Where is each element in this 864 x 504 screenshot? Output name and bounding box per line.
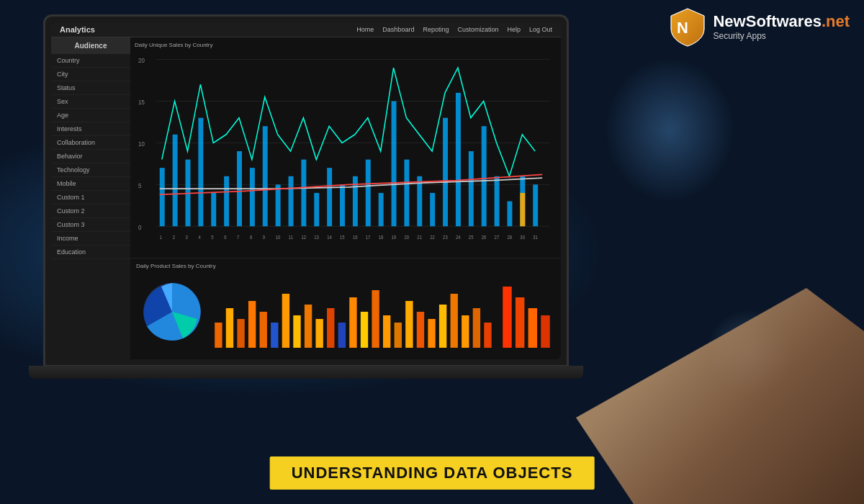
nav-help[interactable]: Help xyxy=(507,26,521,33)
svg-rect-36 xyxy=(482,126,487,226)
nav-logout[interactable]: Log Out xyxy=(529,26,552,33)
svg-rect-100 xyxy=(528,308,537,348)
svg-rect-11 xyxy=(160,168,165,226)
sidebar-item-sex[interactable]: Sex xyxy=(51,95,130,109)
sidebar-header: Audience xyxy=(51,37,130,54)
svg-text:11: 11 xyxy=(289,234,294,240)
sidebar-item-collaboration[interactable]: Collaboration xyxy=(51,136,130,150)
svg-text:17: 17 xyxy=(366,234,371,240)
svg-rect-38 xyxy=(507,202,512,227)
sidebar-item-status[interactable]: Status xyxy=(51,81,130,95)
svg-text:2: 2 xyxy=(173,234,176,240)
svg-rect-24 xyxy=(327,168,332,226)
svg-text:26: 26 xyxy=(482,234,487,240)
svg-text:20: 20 xyxy=(404,234,409,240)
top-chart: 20 15 10 5 0 xyxy=(135,51,557,251)
sidebar-item-behavior[interactable]: Behavior xyxy=(51,150,130,163)
svg-rect-92 xyxy=(428,319,435,348)
nav-dashboard[interactable]: Dashboard xyxy=(382,26,414,33)
svg-rect-35 xyxy=(469,151,474,226)
sidebar-item-custom1[interactable]: Custom 1 xyxy=(51,191,130,204)
svg-rect-73 xyxy=(215,323,222,348)
svg-rect-89 xyxy=(395,323,402,348)
sidebar-item-city[interactable]: City xyxy=(51,68,130,81)
svg-text:19: 19 xyxy=(392,234,397,240)
svg-rect-12 xyxy=(173,135,178,226)
svg-rect-41 xyxy=(520,193,525,226)
svg-rect-16 xyxy=(224,176,229,227)
svg-text:7: 7 xyxy=(237,234,240,240)
sidebar-item-technology[interactable]: Technology xyxy=(51,163,130,177)
svg-text:15: 15 xyxy=(340,234,345,240)
svg-rect-19 xyxy=(263,126,268,226)
nav-home[interactable]: Home xyxy=(356,26,374,33)
svg-text:8: 8 xyxy=(250,234,253,240)
nav-reporting[interactable]: Repoting xyxy=(423,26,449,33)
svg-rect-91 xyxy=(417,312,424,348)
bottom-charts: Daily Product Sales by Country xyxy=(130,258,561,359)
svg-rect-94 xyxy=(451,294,458,348)
svg-rect-97 xyxy=(484,323,491,348)
bottom-chart-title: Daily Product Sales by Country xyxy=(136,263,555,269)
svg-text:24: 24 xyxy=(456,234,461,240)
svg-rect-99 xyxy=(516,297,524,348)
svg-rect-28 xyxy=(379,193,384,226)
svg-rect-87 xyxy=(372,290,379,348)
svg-rect-23 xyxy=(314,193,319,226)
svg-rect-79 xyxy=(282,294,289,348)
brand-shield-icon: N xyxy=(670,7,706,47)
svg-text:25: 25 xyxy=(469,234,474,240)
svg-rect-96 xyxy=(473,308,480,348)
sidebar-item-interests[interactable]: Interests xyxy=(51,122,130,136)
bottom-banner: UNDERSTANDING DATA OBJECTS xyxy=(270,456,595,490)
svg-text:10: 10 xyxy=(276,234,281,240)
svg-rect-25 xyxy=(340,184,345,226)
sidebar-item-education[interactable]: Education xyxy=(51,246,130,259)
svg-text:N: N xyxy=(677,19,688,37)
sidebar-item-country[interactable]: Country xyxy=(51,54,130,68)
svg-rect-90 xyxy=(405,301,413,348)
nav-customization[interactable]: Customization xyxy=(457,26,498,33)
brand-logo: N NewSoftwares.net Security Apps xyxy=(670,7,850,47)
svg-rect-21 xyxy=(289,176,294,227)
top-chart-section: Daily Unique Sales by Country 20 xyxy=(130,37,561,258)
svg-text:20: 20 xyxy=(138,57,145,65)
svg-text:0: 0 xyxy=(138,223,142,231)
svg-rect-85 xyxy=(349,297,356,348)
svg-rect-34 xyxy=(456,93,461,226)
svg-rect-84 xyxy=(338,323,346,348)
svg-rect-88 xyxy=(383,315,390,348)
top-chart-title: Daily Unique Sales by Country xyxy=(135,42,557,48)
brand-tagline: Security Apps xyxy=(713,31,850,41)
svg-rect-78 xyxy=(271,323,278,348)
svg-rect-86 xyxy=(361,312,368,348)
svg-text:22: 22 xyxy=(430,234,435,240)
glow-effect-right xyxy=(605,58,734,202)
nav-links: Home Dashboard Repoting Customization He… xyxy=(356,26,552,33)
svg-rect-101 xyxy=(541,315,549,348)
laptop-bezel: Analytics Home Dashboard Repoting Custom… xyxy=(43,14,569,367)
svg-rect-95 xyxy=(462,315,469,348)
sidebar-item-age[interactable]: Age xyxy=(51,109,130,122)
sidebar-item-income[interactable]: Income xyxy=(51,232,130,246)
svg-text:1: 1 xyxy=(160,234,163,240)
sidebar-item-custom2[interactable]: Custom 2 xyxy=(51,204,130,218)
svg-text:9: 9 xyxy=(263,234,266,240)
svg-rect-76 xyxy=(248,301,256,348)
svg-text:18: 18 xyxy=(379,234,384,240)
svg-rect-30 xyxy=(404,160,409,227)
svg-rect-27 xyxy=(366,160,371,227)
sidebar: Audience Country City Status Sex Age Int… xyxy=(51,37,130,359)
sidebar-item-custom3[interactable]: Custom 3 xyxy=(51,218,130,232)
svg-rect-14 xyxy=(198,118,203,227)
svg-rect-82 xyxy=(315,319,323,348)
svg-text:13: 13 xyxy=(314,234,319,240)
laptop: Analytics Home Dashboard Repoting Custom… xyxy=(43,14,605,446)
svg-text:27: 27 xyxy=(495,234,500,240)
svg-text:15: 15 xyxy=(138,99,145,107)
app-title: Analytics xyxy=(60,25,95,34)
chart-area: Daily Unique Sales by Country 20 xyxy=(130,37,561,359)
svg-text:28: 28 xyxy=(507,234,512,240)
top-nav: Analytics Home Dashboard Repoting Custom… xyxy=(51,22,561,37)
sidebar-item-mobile[interactable]: Mobile xyxy=(51,177,130,191)
